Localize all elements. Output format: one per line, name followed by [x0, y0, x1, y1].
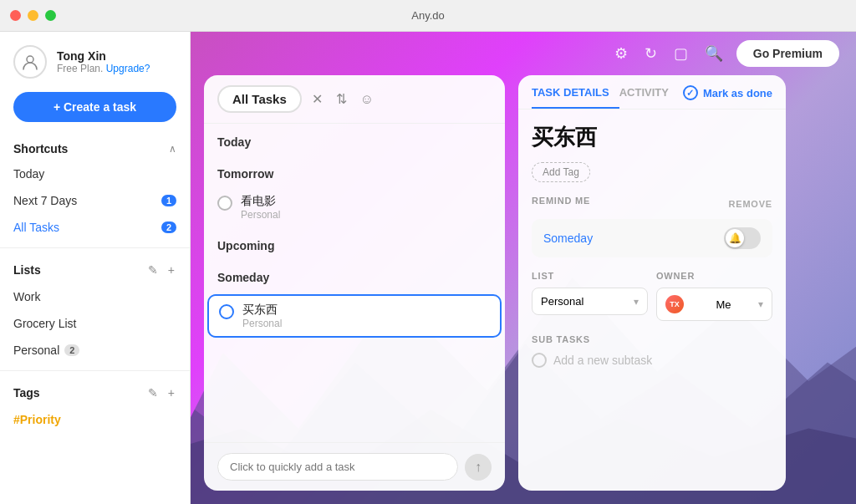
owner-select[interactable]: TX Me ▾ [656, 288, 772, 321]
divider-2 [0, 370, 190, 371]
list-arrow-icon: ▾ [634, 296, 639, 308]
minimize-button[interactable] [28, 10, 38, 21]
tags-title: Tags [13, 386, 40, 400]
maximize-button[interactable] [45, 10, 56, 21]
details-tabs: TASK DETAILS ACTIVITY ✓ Mark as done [518, 75, 786, 109]
shortcuts-chevron-icon: ∧ [169, 143, 176, 155]
sort-button[interactable]: ⇅ [333, 88, 350, 110]
section-label-someday: Someday [217, 259, 492, 291]
titlebar: Any.do [0, 0, 856, 32]
edit-tags-button[interactable]: ✎ [146, 384, 160, 401]
tag-priority[interactable]: #Priority [0, 406, 190, 433]
section-label-upcoming: Upcoming [217, 227, 492, 259]
subtasks-label: SUB TASKS [532, 334, 772, 344]
window-button[interactable]: ▢ [670, 41, 691, 66]
list-item-personal[interactable]: Personal 2 [0, 337, 190, 364]
task-checkbox-1[interactable] [217, 196, 232, 211]
sidebar-item-next7days[interactable]: Next 7 Days 1 [0, 187, 190, 214]
tags-header: Tags ✎ + [0, 378, 190, 406]
task-list-label-1: Personal [241, 209, 280, 221]
list-owner-section: LIST Personal ▾ OWNER TX Me [532, 271, 772, 321]
task-item-maidonxi[interactable]: 买东西 Personal [207, 294, 502, 338]
remind-toggle[interactable]: 🔔 [724, 227, 761, 249]
owner-label: OWNER [656, 271, 772, 281]
app-layout: Tong Xin Free Plan. Upgrade? + Create a … [0, 32, 856, 504]
remind-me-section: REMIND ME REMOVE Someday 🔔 [532, 196, 772, 257]
list-item-work[interactable]: Work [0, 283, 190, 310]
sidebar-item-alltasks[interactable]: All Tasks 2 [0, 214, 190, 241]
tags-actions: ✎ + [146, 384, 176, 401]
add-subtask-text[interactable]: Add a new subtask [553, 354, 652, 367]
window-controls [10, 10, 56, 21]
remind-remove-label[interactable]: REMOVE [729, 199, 772, 209]
all-tasks-tab[interactable]: All Tasks [217, 85, 302, 113]
emoji-button[interactable]: ☺ [357, 89, 377, 110]
add-task-bar: ↑ [204, 442, 505, 491]
add-tag-button[interactable]: Add Tag [532, 162, 590, 182]
add-list-button[interactable]: + [166, 262, 176, 278]
close-circle-icon: ✕ [312, 91, 323, 107]
task-info-1: 看电影 Personal [241, 194, 280, 221]
profile-plan: Free Plan. Upgrade? [57, 63, 150, 74]
toggle-knob: 🔔 [726, 229, 744, 247]
task-list-label-2: Personal [242, 318, 282, 329]
remind-value: Someday [543, 232, 593, 245]
svg-point-0 [27, 56, 33, 63]
profile-section: Tong Xin Free Plan. Upgrade? [0, 32, 190, 89]
mark-done-button[interactable]: ✓ Mark as done [683, 85, 772, 109]
settings-icon: ⚙ [614, 44, 628, 63]
task-checkbox-2[interactable] [219, 304, 234, 319]
list-label: LIST [532, 271, 648, 281]
add-subtask-row[interactable]: Add a new subtask [532, 353, 772, 368]
task-name-large: 买东西 [532, 123, 772, 152]
upgrade-link[interactable]: Upgrade? [106, 63, 150, 74]
tab-task-details[interactable]: TASK DETAILS [532, 86, 619, 109]
search-icon: 🔍 [705, 44, 723, 63]
list-value: Personal [541, 295, 583, 308]
main-content: ⚙ ↻ ▢ 🔍 Go Premium All Tasks ✕ [191, 32, 856, 504]
shortcuts-title: Shortcuts [13, 142, 68, 155]
task-info-2: 买东西 Personal [242, 303, 282, 329]
go-premium-button[interactable]: Go Premium [736, 40, 839, 67]
sort-icon: ⇅ [336, 91, 347, 107]
window-icon: ▢ [674, 44, 688, 63]
list-item-grocery[interactable]: Grocery List [0, 310, 190, 337]
avatar [13, 45, 47, 79]
section-label-tomorrow: Tomorrow [217, 155, 492, 187]
refresh-button[interactable]: ↻ [641, 41, 660, 66]
tab-activity[interactable]: ACTIVITY [619, 86, 679, 109]
list-select[interactable]: Personal ▾ [532, 288, 648, 315]
close-button[interactable] [10, 10, 21, 21]
submit-task-button[interactable]: ↑ [465, 454, 492, 481]
subtask-circle-icon [532, 353, 547, 368]
task-item-kandiandying[interactable]: 看电影 Personal [217, 187, 492, 227]
mark-done-icon: ✓ [683, 85, 698, 100]
clear-filter-button[interactable]: ✕ [308, 88, 326, 110]
tasks-area: All Tasks ✕ ⇅ ☺ Today Tomorrow [191, 75, 856, 504]
sidebar-item-today[interactable]: Today [0, 160, 190, 187]
mark-done-label: Mark as done [703, 87, 772, 99]
owner-column: OWNER TX Me ▾ [656, 271, 772, 321]
add-tag-button[interactable]: + [166, 384, 176, 401]
shortcuts-header: Shortcuts ∧ [0, 135, 190, 160]
search-button[interactable]: 🔍 [701, 41, 726, 66]
arrow-up-icon: ↑ [475, 460, 482, 475]
edit-lists-button[interactable]: ✎ [146, 262, 160, 278]
settings-button[interactable]: ⚙ [611, 41, 631, 66]
task-details-panel: TASK DETAILS ACTIVITY ✓ Mark as done 买东西… [518, 75, 786, 491]
owner-avatar: TX [665, 295, 684, 313]
tasks-panel: All Tasks ✕ ⇅ ☺ Today Tomorrow [204, 75, 505, 491]
lists-title: Lists [13, 263, 41, 277]
task-title-1: 看电影 [241, 194, 280, 209]
next7days-badge: 1 [161, 195, 176, 206]
task-title-2: 买东西 [242, 303, 282, 318]
personal-badge: 2 [64, 344, 79, 356]
lists-header: Lists ✎ + [0, 255, 190, 283]
owner-value: Me [716, 298, 731, 311]
sidebar: Tong Xin Free Plan. Upgrade? + Create a … [0, 32, 191, 504]
create-task-button[interactable]: + Create a task [13, 92, 176, 122]
list-owner-row: LIST Personal ▾ OWNER TX Me [532, 271, 772, 321]
add-task-input[interactable] [217, 453, 458, 481]
list-column: LIST Personal ▾ [532, 271, 648, 321]
divider-1 [0, 247, 190, 248]
